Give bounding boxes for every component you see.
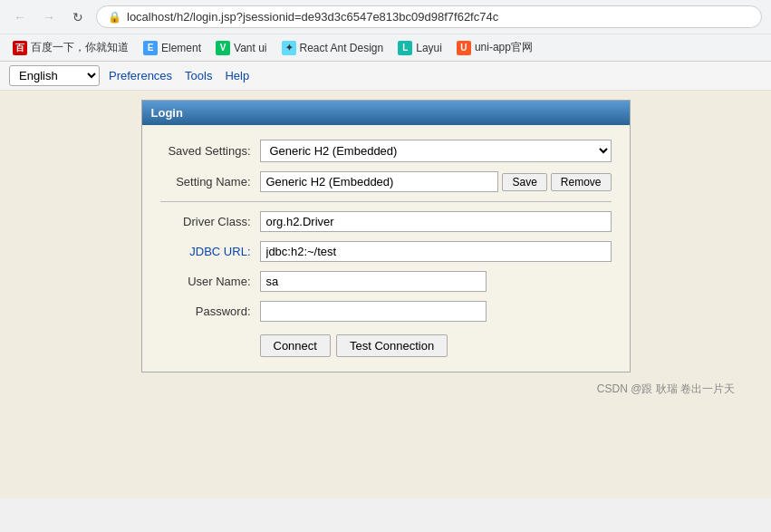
- connect-button[interactable]: Connect: [260, 334, 331, 357]
- language-select[interactable]: English Chinese French German: [9, 65, 100, 86]
- login-header: Login: [142, 101, 630, 125]
- content-area: Login Saved Settings: Generic H2 (Embedd…: [0, 91, 771, 498]
- bookmark-layui[interactable]: L Layui: [394, 39, 446, 57]
- user-name-row: User Name:: [160, 271, 612, 292]
- vant-icon: V: [216, 41, 230, 55]
- reload-button[interactable]: ↻: [67, 6, 89, 28]
- setting-name-row: Setting Name: Save Remove: [160, 171, 612, 192]
- uni-icon: U: [457, 41, 471, 55]
- footer-text: CSDN @跟 耿瑞 卷出一片天: [597, 382, 735, 395]
- driver-class-input[interactable]: [260, 211, 612, 232]
- login-title: Login: [151, 106, 183, 120]
- address-bar: 🔒: [96, 5, 762, 28]
- login-body: Saved Settings: Generic H2 (Embedded) Ge…: [142, 125, 630, 372]
- driver-class-label: Driver Class:: [160, 215, 260, 228]
- setting-name-label: Setting Name:: [160, 175, 260, 189]
- password-input[interactable]: [260, 301, 487, 322]
- baidu-icon: 百: [13, 41, 27, 55]
- react-icon: ✦: [282, 41, 296, 55]
- lock-icon: 🔒: [108, 11, 121, 24]
- setting-name-field-group: Save Remove: [260, 171, 612, 192]
- forward-button[interactable]: →: [38, 6, 60, 28]
- bookmark-element[interactable]: E Element: [140, 39, 205, 57]
- browser-nav: ← → ↻ 🔒: [0, 0, 771, 34]
- saved-settings-label: Saved Settings:: [160, 144, 260, 158]
- bookmark-vant-label: Vant ui: [234, 42, 266, 54]
- test-connection-button[interactable]: Test Connection: [336, 334, 448, 357]
- tools-link[interactable]: Tools: [181, 67, 216, 84]
- bookmark-react-label: React Ant Design: [300, 42, 384, 54]
- remove-button[interactable]: Remove: [551, 173, 612, 191]
- password-row: Password:: [160, 301, 612, 322]
- jdbc-url-label: JDBC URL:: [160, 245, 260, 258]
- jdbc-url-row: JDBC URL:: [160, 241, 612, 262]
- bookmark-baidu-label: 百度一下，你就知道: [31, 40, 129, 55]
- save-button[interactable]: Save: [502, 173, 546, 191]
- bookmark-uni-label: uni-app官网: [475, 40, 533, 55]
- preferences-link[interactable]: Preferences: [105, 67, 176, 84]
- divider: [160, 201, 612, 202]
- menu-bar: English Chinese French German Preference…: [0, 62, 771, 91]
- help-link[interactable]: Help: [221, 67, 253, 84]
- bookmark-uni[interactable]: U uni-app官网: [453, 38, 536, 57]
- password-label: Password:: [160, 305, 260, 318]
- bookmark-layui-label: Layui: [416, 42, 442, 54]
- url-input[interactable]: [127, 10, 750, 24]
- jdbc-url-input[interactable]: [260, 241, 612, 262]
- element-icon: E: [143, 41, 158, 55]
- setting-name-input[interactable]: [260, 171, 499, 192]
- bookmarks-bar: 百 百度一下，你就知道 E Element V Vant ui ✦ React …: [0, 34, 771, 61]
- page-footer: CSDN @跟 耿瑞 卷出一片天: [18, 372, 753, 406]
- saved-settings-select[interactable]: Generic H2 (Embedded) Generic H2 (Server…: [260, 140, 612, 162]
- login-panel: Login Saved Settings: Generic H2 (Embedd…: [141, 100, 631, 372]
- driver-class-row: Driver Class:: [160, 211, 612, 232]
- bookmark-element-label: Element: [161, 42, 201, 54]
- browser-chrome: ← → ↻ 🔒 百 百度一下，你就知道 E Element V Vant ui …: [0, 0, 771, 62]
- action-buttons: Connect Test Connection: [260, 334, 612, 357]
- saved-settings-row: Saved Settings: Generic H2 (Embedded) Ge…: [160, 140, 612, 162]
- layui-icon: L: [398, 41, 412, 55]
- bookmark-baidu[interactable]: 百 百度一下，你就知道: [9, 38, 132, 57]
- bookmark-vant[interactable]: V Vant ui: [212, 39, 270, 57]
- user-name-input[interactable]: [260, 271, 487, 292]
- back-button[interactable]: ←: [9, 6, 31, 28]
- bookmark-react[interactable]: ✦ React Ant Design: [278, 39, 388, 57]
- user-name-label: User Name:: [160, 275, 260, 288]
